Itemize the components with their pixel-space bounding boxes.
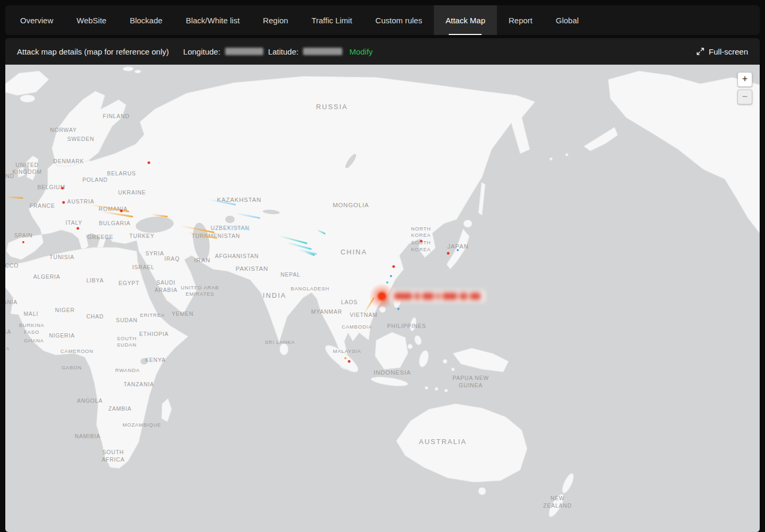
world-map-graphic [5, 65, 760, 532]
zoom-in-button[interactable]: + [737, 72, 752, 87]
tab-traffic-limit[interactable]: Traffic Limit [300, 5, 364, 35]
tab-overview[interactable]: Overview [8, 5, 65, 35]
modify-link[interactable]: Modify [349, 47, 372, 56]
longitude-value-redacted [225, 48, 263, 55]
fullscreen-button[interactable]: Full-screen [696, 47, 748, 56]
toolbar-title: Attack map details (map for reference on… [17, 47, 169, 56]
tab-custom-rules[interactable]: Custom rules [364, 5, 434, 35]
map-toolbar: Attack map details (map for reference on… [5, 38, 760, 65]
latitude-value-redacted [303, 48, 342, 55]
nav-tabs: OverviewWebSiteBlockadeBlack/White listR… [5, 5, 760, 35]
map-panel: Attack map details (map for reference on… [5, 38, 760, 532]
zoom-control: + − [737, 72, 752, 104]
attack-map-page: OverviewWebSiteBlockadeBlack/White listR… [0, 0, 765, 532]
latitude-label: Latitude: [268, 47, 299, 56]
tab-global[interactable]: Global [544, 5, 590, 35]
tab-black-white-list[interactable]: Black/White list [174, 5, 252, 35]
tab-website[interactable]: WebSite [65, 5, 118, 35]
tab-report[interactable]: Report [497, 5, 544, 35]
attack-map[interactable]: + − RUSSIAFINLANDNORWAYSWEDENDENMARKUNIT… [5, 65, 760, 532]
longitude-label: Longitude: [183, 47, 220, 56]
tab-blockade[interactable]: Blockade [118, 5, 174, 35]
zoom-out-button[interactable]: − [737, 90, 752, 104]
fullscreen-label: Full-screen [709, 47, 748, 56]
tab-attack-map[interactable]: Attack Map [434, 5, 497, 35]
fullscreen-icon [696, 47, 705, 56]
tab-region[interactable]: Region [251, 5, 300, 35]
